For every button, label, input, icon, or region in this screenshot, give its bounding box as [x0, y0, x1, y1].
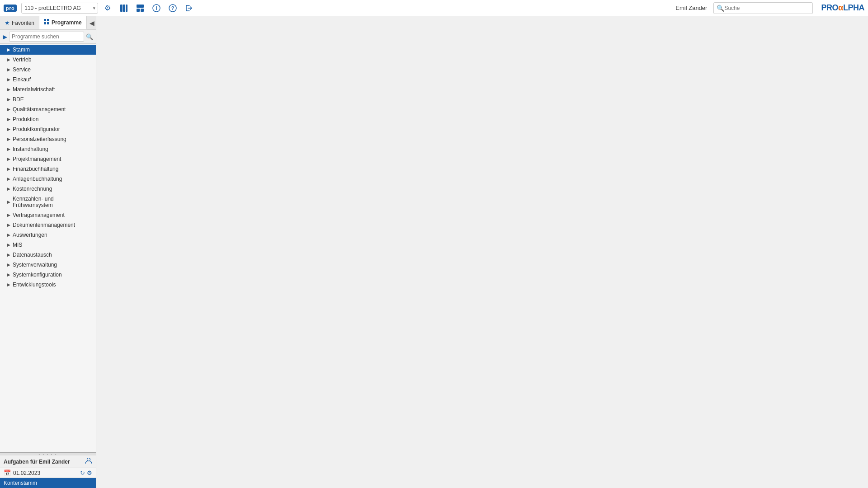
pro-logo: pro: [4, 5, 17, 12]
tab-favoriten[interactable]: ★ Favoriten: [0, 16, 39, 29]
nav-label-anlagenbuchhaltung: Anlagenbuchhaltung: [13, 176, 92, 182]
nav-item-anlagenbuchhaltung[interactable]: ▶ Anlagenbuchhaltung: [0, 174, 96, 184]
nav-item-vertragsmanagement[interactable]: ▶ Vertragsmanagement: [0, 210, 96, 220]
bottom-panel-title: Aufgaben für Emil Zander: [4, 459, 70, 465]
nav-item-instandhaltung[interactable]: ▶ Instandhaltung: [0, 144, 96, 154]
bottom-panel-header: Aufgaben für Emil Zander: [0, 455, 96, 468]
nav-item-produktkonfigurator[interactable]: ▶ Produktkonfigurator: [0, 124, 96, 134]
nav-item-systemverwaltung[interactable]: ▶ Systemverwaltung: [0, 260, 96, 270]
company-select[interactable]: 110 - proELECTRO AG: [21, 3, 98, 14]
bottom-date-icons: ↻ ⚙: [80, 469, 92, 476]
nav-item-auswertungen[interactable]: ▶ Auswertungen: [0, 230, 96, 240]
svg-rect-0: [120, 5, 123, 12]
nav-item-qualitaetsmanagement[interactable]: ▶ Qualitätsmanagement: [0, 104, 96, 114]
nav-label-vertrieb: Vertrieb: [13, 56, 92, 63]
svg-rect-10: [44, 19, 46, 21]
nav-label-systemverwaltung: Systemverwaltung: [13, 262, 92, 268]
nav-label-produktion: Produktion: [13, 116, 92, 122]
sidebar-search-submit-icon[interactable]: 🔍: [86, 33, 93, 40]
svg-rect-2: [126, 5, 127, 12]
main-area: ★ Favoriten Programme ◀ ▶ 🔍 ▶ Stamm: [0, 16, 868, 488]
logout-icon-btn[interactable]: [182, 1, 196, 15]
nav-arrow-anlagenbuchhaltung: ▶: [7, 177, 10, 181]
bottom-panel: • • • • • Aufgaben für Emil Zander 📅 01.…: [0, 452, 96, 488]
nav-label-auswertungen: Auswertungen: [13, 232, 92, 238]
nav-item-stamm[interactable]: ▶ Stamm: [0, 45, 96, 55]
nav-label-finanzbuchhaltung: Finanzbuchhaltung: [13, 166, 92, 172]
nav-item-personalzeiterfassung[interactable]: ▶ Personalzeiterfassung: [0, 134, 96, 144]
svg-rect-1: [123, 5, 125, 12]
company-select-wrapper[interactable]: 110 - proELECTRO AG: [21, 3, 98, 14]
nav-item-finanzbuchhaltung[interactable]: ▶ Finanzbuchhaltung: [0, 164, 96, 174]
nav-arrow-systemverwaltung: ▶: [7, 263, 10, 267]
nav-arrow-projektmanagement: ▶: [7, 157, 10, 161]
nav-arrow-mis: ▶: [7, 243, 10, 247]
nav-arrow-einkauf: ▶: [7, 77, 10, 82]
nav-arrow-materialwirtschaft: ▶: [7, 87, 10, 92]
settings-icon-btn[interactable]: ⚙: [101, 1, 114, 15]
sidebar-play-icon[interactable]: ▶: [3, 33, 7, 40]
nav-arrow-dokumentenmanagement: ▶: [7, 223, 10, 227]
sidebar-collapse-btn[interactable]: ◀: [87, 16, 97, 29]
bottom-header-icons: [85, 457, 92, 466]
nav-item-dokumentenmanagement[interactable]: ▶ Dokumentenmanagement: [0, 220, 96, 230]
nav-arrow-produktion: ▶: [7, 117, 10, 122]
logo-area: pro: [4, 5, 17, 12]
bottom-user-icon[interactable]: [85, 457, 92, 466]
programme-search-input[interactable]: [9, 32, 84, 42]
nav-item-mis[interactable]: ▶ MIS: [0, 240, 96, 250]
nav-item-kennzahlen[interactable]: ▶ Kennzahlen- und Frühwarnsystem: [0, 194, 96, 210]
user-name: Emil Zander: [675, 5, 707, 11]
programme-grid-icon: [44, 19, 50, 26]
brand-logo: PROαLPHA: [821, 3, 864, 13]
nav-item-einkauf[interactable]: ▶ Einkauf: [0, 75, 96, 84]
nav-item-produktion[interactable]: ▶ Produktion: [0, 114, 96, 124]
nav-arrow-service: ▶: [7, 67, 10, 72]
nav-arrow-kennzahlen: ▶: [7, 200, 10, 204]
tab-programme[interactable]: Programme: [39, 16, 87, 29]
nav-arrow-finanzbuchhaltung: ▶: [7, 167, 10, 171]
nav-item-projektmanagement[interactable]: ▶ Projektmanagement: [0, 154, 96, 164]
nav-arrow-kostenrechnung: ▶: [7, 187, 10, 191]
nav-arrow-vertragsmanagement: ▶: [7, 213, 10, 217]
info-icon-btn[interactable]: i: [150, 1, 163, 15]
nav-arrow-datenaustausch: ▶: [7, 253, 10, 257]
tab-favoriten-label: Favoriten: [12, 20, 34, 26]
refresh-icon[interactable]: ↻: [80, 469, 85, 476]
nav-item-datenaustausch[interactable]: ▶ Datenaustausch: [0, 250, 96, 260]
search-icon-top: 🔍: [717, 5, 724, 12]
nav-label-stamm: Stamm: [13, 47, 92, 53]
favoriten-star-icon: ★: [5, 19, 10, 26]
nav-arrow-produktkonfigurator: ▶: [7, 127, 10, 131]
nav-label-projektmanagement: Projektmanagement: [13, 156, 92, 162]
nav-arrow-entwicklungstools: ▶: [7, 282, 10, 287]
nav-label-qualitaetsmanagement: Qualitätsmanagement: [13, 106, 92, 113]
drag-dots: • • • • •: [39, 452, 57, 456]
nav-label-datenaustausch: Datenaustausch: [13, 252, 92, 258]
nav-label-systemkonfiguration: Systemkonfiguration: [13, 272, 92, 278]
sidebar: ★ Favoriten Programme ◀ ▶ 🔍 ▶ Stamm: [0, 16, 96, 488]
nav-arrow-qualitaetsmanagement: ▶: [7, 107, 10, 112]
nav-item-service[interactable]: ▶ Service: [0, 65, 96, 75]
nav-item-bde[interactable]: ▶ BDE: [0, 94, 96, 104]
nav-item-kostenrechnung[interactable]: ▶ Kostenrechnung: [0, 184, 96, 194]
task-item-kontenstamm[interactable]: Kontenstamm: [0, 478, 96, 488]
nav-item-materialwirtschaft[interactable]: ▶ Materialwirtschaft: [0, 84, 96, 94]
nav-arrow-stamm: ▶: [7, 47, 10, 52]
svg-text:i: i: [156, 5, 157, 11]
layout-icon-btn[interactable]: [133, 1, 147, 15]
nav-label-materialwirtschaft: Materialwirtschaft: [13, 86, 92, 93]
svg-text:?: ?: [171, 5, 175, 11]
nav-item-vertrieb[interactable]: ▶ Vertrieb: [0, 55, 96, 65]
search-input[interactable]: [724, 5, 806, 11]
columns-icon-btn[interactable]: [117, 1, 131, 15]
nav-item-systemkonfiguration[interactable]: ▶ Systemkonfiguration: [0, 270, 96, 280]
content-area: [96, 16, 868, 488]
nav-label-dokumentenmanagement: Dokumentenmanagement: [13, 222, 92, 228]
help-icon-btn[interactable]: ?: [166, 1, 179, 15]
nav-item-entwicklungstools[interactable]: ▶ Entwicklungstools: [0, 280, 96, 290]
calendar-icon: 📅: [4, 469, 11, 476]
nav-label-kennzahlen: Kennzahlen- und Frühwarnsystem: [13, 196, 92, 208]
gear-icon[interactable]: ⚙: [87, 469, 92, 476]
nav-label-entwicklungstools: Entwicklungstools: [13, 282, 92, 288]
